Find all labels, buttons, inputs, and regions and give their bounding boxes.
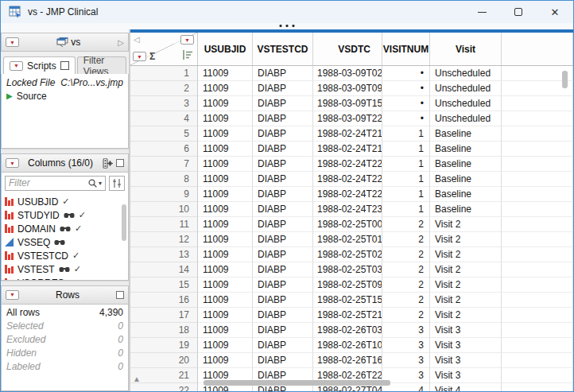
visit-cell[interactable]: Visit 2 [430,308,502,323]
visitnum-cell[interactable]: • [382,96,430,111]
vstestcd-cell[interactable]: DIABP [253,96,313,111]
visit-cell[interactable]: Baseline [430,172,502,187]
visitnum-cell[interactable]: 2 [382,293,430,308]
vstestcd-cell[interactable]: DIABP [253,187,313,202]
row-stat-item[interactable]: Selected 0 [6,320,123,333]
vsdtc-cell[interactable]: 1988-02-26T03:0... [313,323,382,338]
table-row[interactable]: 8 11009 DIABP 1988-02-24T22:1... 1 Basel… [130,172,573,187]
vstestcd-cell[interactable]: DIABP [253,66,313,81]
vsdtc-cell[interactable]: 1988-02-26T16:0... [313,353,382,368]
usubjid-cell[interactable]: 11009 [198,81,253,96]
usubjid-cell[interactable]: 11009 [198,111,253,126]
visitnum-cell[interactable]: 2 [382,278,430,293]
column-list-item[interactable]: VSTEST ✓ [2,262,128,276]
collapse-columns-arrow-icon[interactable]: ◁ [134,35,140,44]
column-header[interactable]: VISITNUM [382,33,430,65]
minimize-button[interactable] [463,1,500,23]
vertical-scrollbar-thumb[interactable] [562,71,568,88]
vstestcd-cell[interactable]: DIABP [253,353,313,368]
visitnum-cell[interactable]: • [382,111,430,126]
visit-cell[interactable]: Baseline [430,202,502,217]
visit-cell[interactable]: Visit 2 [430,232,502,247]
run-script-icon[interactable]: ▶ [6,92,13,100]
visitnum-cell[interactable]: 3 [382,338,430,353]
rows-header-red-triangle-menu[interactable]: ▼ [133,52,146,61]
visit-cell[interactable]: Baseline [430,187,502,202]
vstestcd-cell[interactable]: DIABP [253,262,313,278]
usubjid-cell[interactable]: 11009 [198,96,253,111]
row-number-cell[interactable]: 18 [130,323,198,338]
vstestcd-cell[interactable]: DIABP [253,338,313,353]
row-number-cell[interactable]: 3 [130,96,198,111]
row-number-cell[interactable]: 20 [130,353,198,368]
visit-cell[interactable]: Visit 3 [430,353,502,368]
column-list-item[interactable]: USUBJID ✓ [2,195,128,208]
ribbon-dots-icon[interactable] [280,25,295,27]
maximize-button[interactable] [500,1,537,23]
column-manager-icon[interactable] [102,158,113,169]
table-row[interactable]: 6 11009 DIABP 1988-02-24T21:4... 1 Basel… [130,142,573,157]
row-stat-item[interactable]: Excluded 0 [6,333,123,347]
usubjid-cell[interactable]: 11009 [198,353,253,368]
filter-settings-button[interactable] [109,176,125,191]
visitnum-cell[interactable]: 1 [382,187,430,202]
column-list-item[interactable]: STUDYID ✓ [2,208,128,222]
table-corner-cell[interactable]: ◁ ▼ ▼ Σ [130,33,198,65]
vstestcd-cell[interactable]: DIABP [253,202,313,217]
usubjid-cell[interactable]: 11009 [198,126,253,142]
visit-cell[interactable]: Visit 2 [430,278,502,293]
visit-cell[interactable]: Visit 3 [430,338,502,353]
visitnum-cell[interactable]: 3 [382,323,430,338]
visitnum-cell[interactable]: 2 [382,232,430,247]
vsdtc-cell[interactable]: 1988-02-26T10:0... [313,338,382,353]
usubjid-cell[interactable]: 11009 [198,278,253,293]
visit-cell[interactable]: Unscheduled [430,111,502,126]
visitnum-cell[interactable]: 1 [382,157,430,172]
row-stat-item[interactable]: Hidden 0 [6,347,123,360]
usubjid-cell[interactable]: 11009 [198,187,253,202]
tab-scripts[interactable]: ▼ Scripts [3,56,76,74]
visit-cell[interactable]: Baseline [430,126,502,142]
rows-red-triangle-menu[interactable]: ▼ [6,290,19,300]
vstestcd-cell[interactable]: DIABP [253,232,313,247]
column-header[interactable]: VSTESTCD [253,33,313,65]
visitnum-cell[interactable]: 1 [382,172,430,187]
vstestcd-cell[interactable]: DIABP [253,247,313,262]
vstestcd-cell[interactable]: DIABP [253,293,313,308]
row-number-cell[interactable]: 17 [130,308,198,323]
vsdtc-cell[interactable]: 1988-02-25T03:0... [313,262,382,278]
vsdtc-cell[interactable]: 1988-02-24T21:0... [313,126,382,142]
vstestcd-cell[interactable]: DIABP [253,142,313,157]
table-red-triangle-menu[interactable]: ▼ [6,37,19,47]
row-number-cell[interactable]: 2 [130,81,198,96]
usubjid-cell[interactable]: 11009 [198,172,253,187]
table-row[interactable]: 14 11009 DIABP 1988-02-25T03:0... 2 Visi… [130,262,573,278]
visit-cell[interactable]: Visit 2 [430,217,502,232]
table-row[interactable]: 12 11009 DIABP 1988-02-25T01:0... 2 Visi… [130,232,573,247]
column-list-item[interactable]: VSTESTCD ✓ [2,249,128,262]
usubjid-cell[interactable]: 11009 [198,308,253,323]
table-row[interactable]: 10 11009 DIABP 1988-02-24T23:0... 1 Base… [130,202,573,217]
row-number-cell[interactable]: 11 [130,217,198,232]
table-row[interactable]: 4 11009 DIABP 1988-03-09T22:0... • Unsch… [130,111,573,126]
columns-header-red-triangle-menu[interactable]: ▼ [180,35,194,45]
row-order-icon[interactable] [182,50,193,62]
row-number-cell[interactable]: 14 [130,262,198,278]
row-number-cell[interactable]: 10 [130,202,198,217]
usubjid-cell[interactable]: 11009 [198,338,253,353]
vsdtc-cell[interactable]: 1988-02-25T01:0... [313,232,382,247]
column-list-item[interactable]: VSSEQ ✓ [2,235,128,249]
source-script-item[interactable]: ▶ Source [6,91,123,102]
tab-filter-views[interactable]: Filter Views [77,56,126,74]
vstestcd-cell[interactable]: DIABP [253,217,313,232]
vsdtc-cell[interactable]: 1988-03-09T09:1... [313,81,382,96]
row-stat-item[interactable]: All rows 4,390 [6,306,123,320]
vsdtc-cell[interactable]: 1988-03-09T22:0... [313,111,382,126]
table-row[interactable]: 13 11009 DIABP 1988-02-25T02:0... 2 Visi… [130,247,573,262]
row-number-cell[interactable]: 19 [130,338,198,353]
usubjid-cell[interactable]: 11009 [198,262,253,278]
rows-dock-button[interactable] [116,291,124,299]
row-number-cell[interactable]: 5 [130,126,198,142]
row-number-cell[interactable]: 8 [130,172,198,187]
table-row[interactable]: 18 11009 DIABP 1988-02-26T03:0... 3 Visi… [130,323,573,338]
